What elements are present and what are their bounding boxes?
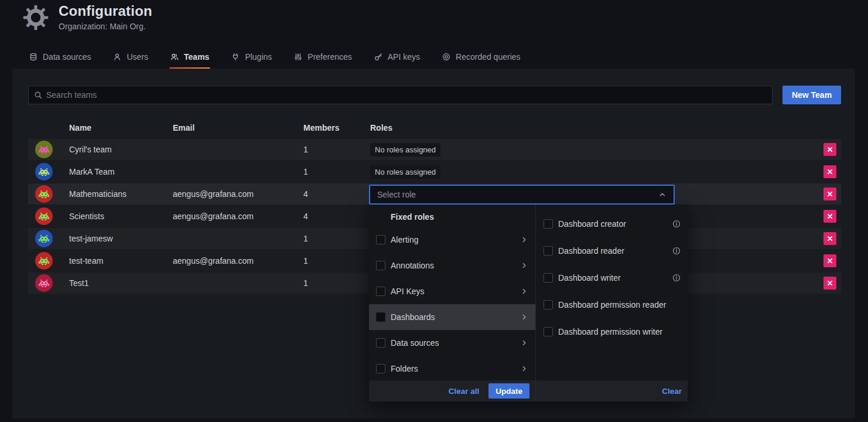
role-group-label: Dashboards — [391, 312, 515, 322]
checkbox[interactable] — [376, 261, 385, 270]
delete-team-button[interactable] — [823, 143, 836, 156]
chevron-right-icon — [520, 339, 528, 347]
role-dashboard-permission-reader[interactable]: Dashboard permission reader — [536, 291, 688, 318]
clear-all-link[interactable]: Clear all — [449, 387, 480, 396]
team-name-link[interactable]: Test1 — [69, 278, 173, 288]
table-header-row: Name Email Members Roles — [28, 120, 841, 135]
config-tab-bar: Data sources Users Teams Plugins Prefere… — [28, 50, 522, 70]
update-button[interactable]: Update — [488, 383, 529, 399]
column-roles: Roles — [370, 123, 814, 132]
role-label: Dashboard reader — [558, 246, 667, 256]
role-group-label: Folders — [391, 364, 515, 373]
role-dashboard-creator[interactable]: Dashboard creator — [536, 210, 688, 237]
tab-label: Teams — [184, 52, 209, 62]
role-label: Dashboard permission reader — [558, 300, 681, 309]
team-email: aengus@grafana.com — [173, 256, 303, 266]
column-members: Members — [303, 123, 370, 132]
team-name-link[interactable]: Mathematicians — [69, 189, 173, 199]
role-group-label: Annotations — [391, 261, 515, 270]
invader-icon — [39, 257, 49, 265]
team-name-link[interactable]: test-team — [69, 256, 173, 266]
tab-data-sources[interactable]: Data sources — [28, 50, 92, 70]
close-icon — [826, 257, 834, 265]
team-name-link[interactable]: Scientists — [69, 212, 173, 221]
delete-team-button[interactable] — [823, 188, 836, 200]
delete-team-button[interactable] — [823, 210, 836, 223]
close-icon — [826, 279, 834, 287]
team-members-count: 4 — [303, 189, 370, 199]
no-roles-badge: No roles assigned — [370, 143, 440, 156]
tab-preferences[interactable]: Preferences — [293, 50, 353, 70]
close-icon — [826, 234, 834, 243]
role-group-data-sources[interactable]: Data sources — [369, 330, 535, 356]
delete-team-button[interactable] — [823, 232, 836, 245]
role-label: Dashboard permission writer — [558, 327, 681, 336]
page-header: Configuration Organization: Main Org. — [0, 0, 868, 38]
database-icon — [29, 53, 37, 61]
new-team-button[interactable]: New Team — [782, 86, 841, 104]
checkbox[interactable] — [544, 219, 553, 229]
tab-users[interactable]: Users — [112, 50, 149, 70]
team-members-count: 1 — [303, 167, 370, 176]
checkbox[interactable] — [376, 235, 385, 244]
role-dashboard-writer[interactable]: Dashboard writer — [536, 264, 688, 291]
invader-icon — [39, 213, 49, 220]
tab-label: API keys — [388, 52, 420, 62]
role-group-alerting[interactable]: Alerting — [369, 227, 535, 253]
team-email: aengus@grafana.com — [173, 212, 303, 221]
role-group-dashboards[interactable]: Dashboards — [369, 304, 535, 330]
role-group-annotations[interactable]: Annotations — [369, 253, 535, 278]
plug-icon — [231, 53, 240, 61]
delete-team-button[interactable] — [823, 277, 836, 290]
page-subtitle: Organization: Main Org. — [59, 22, 146, 31]
role-group-api-keys[interactable]: API Keys — [369, 278, 535, 304]
checkbox[interactable] — [376, 364, 385, 373]
invader-icon — [39, 146, 49, 154]
role-select-placeholder: Select role — [377, 190, 416, 199]
checkbox[interactable] — [376, 287, 385, 296]
role-dashboard-reader[interactable]: Dashboard reader — [536, 237, 688, 264]
delete-team-button[interactable] — [823, 165, 836, 178]
team-name-link[interactable]: MarkA Team — [69, 167, 173, 176]
info-icon[interactable] — [672, 220, 681, 228]
chevron-right-icon — [520, 236, 528, 244]
role-select-input[interactable]: Select role — [369, 185, 675, 205]
team-name-link[interactable]: test-jamesw — [69, 234, 173, 243]
tab-teams[interactable]: Teams — [169, 50, 210, 70]
team-avatar — [35, 252, 53, 270]
team-members-count: 1 — [303, 278, 370, 288]
checkbox[interactable] — [376, 338, 385, 348]
clear-link[interactable]: Clear — [662, 387, 682, 396]
chevron-up-icon — [658, 190, 667, 199]
teams-toolbar: New Team — [28, 86, 841, 104]
checkbox[interactable] — [544, 300, 553, 309]
info-icon[interactable] — [672, 247, 681, 255]
sliders-icon — [294, 53, 302, 61]
close-icon — [826, 145, 834, 154]
team-avatar — [35, 185, 53, 203]
table-row: Cyril's team 1 No roles assigned — [28, 139, 841, 160]
checkbox[interactable] — [544, 273, 553, 283]
checkbox[interactable] — [376, 312, 385, 322]
user-icon — [113, 53, 121, 61]
invader-icon — [39, 235, 49, 243]
tab-recorded-queries[interactable]: Recorded queries — [441, 50, 522, 70]
role-group-folders[interactable]: Folders — [369, 356, 535, 382]
tab-plugins[interactable]: Plugins — [230, 50, 273, 70]
checkbox[interactable] — [544, 327, 553, 336]
role-dashboard-permission-writer[interactable]: Dashboard permission writer — [536, 318, 688, 345]
tab-api-keys[interactable]: API keys — [373, 50, 421, 70]
team-name-link[interactable]: Cyril's team — [69, 145, 173, 154]
search-input[interactable] — [46, 90, 767, 100]
teams-panel: New Team Name Email Members Roles Cyril'… — [12, 69, 855, 418]
role-group-label: API Keys — [391, 287, 515, 296]
team-email: aengus@grafana.com — [173, 189, 303, 199]
chevron-right-icon — [520, 313, 528, 321]
role-group-label: Alerting — [391, 235, 515, 244]
info-icon[interactable] — [672, 274, 681, 282]
checkbox[interactable] — [544, 246, 553, 256]
delete-team-button[interactable] — [823, 254, 836, 267]
role-label: Dashboard writer — [558, 273, 667, 283]
role-picker-dropdown: Fixed roles Alerting Annotations API Key… — [369, 205, 688, 401]
chevron-right-icon — [520, 287, 528, 295]
